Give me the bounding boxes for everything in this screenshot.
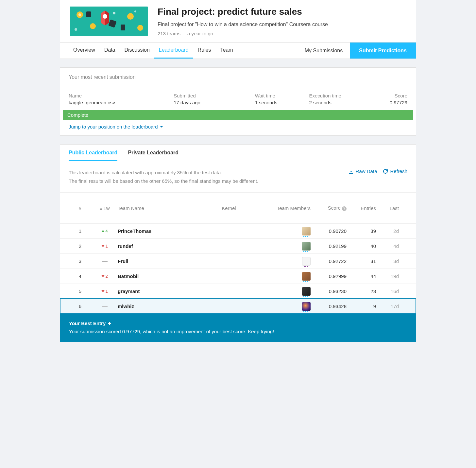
avatar[interactable] [302, 257, 311, 266]
tab-team[interactable]: Team [216, 43, 238, 59]
cell-delta: 1 [92, 289, 118, 294]
col-score: Score? [311, 205, 347, 211]
avatar[interactable] [302, 287, 311, 296]
col-kernel: Kernel [203, 205, 255, 211]
col-rank: # [69, 205, 92, 211]
main-tabs: Overview Data Discussion Leaderboard Rul… [60, 42, 416, 59]
svg-rect-7 [121, 25, 125, 30]
svg-point-11 [75, 28, 77, 31]
cell-entries: 23 [347, 288, 376, 294]
cell-score: 0.90720 [311, 228, 347, 234]
table-row[interactable]: 6 — mlwhiz 0.93428 9 17d [60, 299, 416, 314]
cell-team-name: graymant [118, 288, 203, 294]
tab-private-leaderboard[interactable]: Private Leaderboard [128, 150, 178, 161]
table-row[interactable]: 4 2 Batmobil 0.92999 44 19d [60, 269, 416, 284]
my-submissions-link[interactable]: My Submissions [298, 43, 350, 59]
cell-last: 16d [376, 288, 399, 294]
table-row[interactable]: 2 1 rundef 0.92199 40 4d [60, 238, 416, 253]
table-row[interactable]: 3 — Frull 0.92722 31 3d [60, 253, 416, 269]
cell-last: 19d [376, 273, 399, 279]
jump-to-position-link[interactable]: Jump to your position on the leaderboard [60, 120, 416, 135]
cell-rank: 6 [69, 303, 92, 309]
cell-rank: 3 [69, 258, 92, 264]
best-entry-title: Your Best Entry [69, 321, 106, 326]
cell-entries: 44 [347, 273, 376, 279]
cell-delta: 2 [92, 274, 118, 279]
col-entries: Entries [347, 205, 376, 211]
delta-down-icon [101, 245, 105, 247]
cell-team-name: mlwhiz [118, 303, 203, 309]
col-team: Team Name [118, 205, 203, 211]
cell-rank: 2 [69, 243, 92, 249]
best-entry-message: Your submission scored 0.97729, which is… [69, 329, 407, 334]
recent-label-submitted: Submitted [174, 93, 252, 98]
table-row[interactable]: 1 4 PrinceThomas 0.90720 39 2d [60, 223, 416, 238]
arrow-up-icon [108, 321, 111, 325]
cell-members [255, 272, 311, 281]
submit-predictions-button[interactable]: Submit Predictions [350, 43, 416, 59]
cell-team-name: PrinceThomas [118, 228, 203, 234]
recent-value-wait: 1 seconds [255, 100, 306, 105]
tab-rules[interactable]: Rules [193, 43, 216, 59]
caret-down-icon [160, 125, 163, 129]
cell-delta: 1 [92, 244, 118, 249]
recent-value-name: kaggle_geomean.csv [69, 100, 170, 105]
tab-discussion[interactable]: Discussion [120, 43, 154, 59]
tab-overview[interactable]: Overview [69, 43, 100, 59]
cell-entries: 31 [347, 258, 376, 264]
cell-entries: 40 [347, 243, 376, 249]
raw-data-link[interactable]: Raw Data [348, 168, 377, 174]
tab-public-leaderboard[interactable]: Public Leaderboard [69, 150, 117, 161]
recent-value-score: 0.97729 [373, 100, 407, 105]
cell-last: 4d [376, 243, 399, 249]
cell-members [255, 302, 311, 311]
recent-value-exec: 2 seconds [309, 100, 370, 105]
cell-rank: 1 [69, 228, 92, 234]
avatar[interactable] [302, 302, 311, 311]
cell-score: 0.93428 [311, 303, 347, 309]
svg-point-3 [90, 23, 96, 29]
delta-down-icon [101, 275, 105, 277]
cell-members [255, 287, 311, 296]
cell-score: 0.92722 [311, 258, 347, 264]
cell-delta: 4 [92, 229, 118, 234]
delta-down-icon [101, 290, 105, 292]
leaderboard-description: This leaderboard is calculated with appr… [69, 168, 348, 185]
avatar[interactable] [302, 227, 311, 235]
svg-point-2 [78, 13, 81, 16]
cell-last: 17d [376, 303, 399, 309]
cell-rank: 4 [69, 273, 92, 279]
competition-header: Final project: predict future sales Fina… [60, 0, 416, 59]
svg-point-12 [134, 10, 136, 12]
cell-delta: — [92, 303, 118, 310]
tab-data[interactable]: Data [100, 43, 120, 59]
tab-leaderboard[interactable]: Leaderboard [154, 43, 193, 59]
leaderboard-table: # 1w Team Name Kernel Team Members Score… [60, 192, 416, 314]
avatar[interactable] [302, 272, 311, 281]
recent-submission-card: Your most recent submission Namekaggle_g… [60, 67, 416, 136]
cell-rank: 5 [69, 288, 92, 294]
cell-team-name: rundef [118, 243, 203, 249]
submission-status: Complete [63, 110, 413, 120]
recent-label-score: Score [373, 93, 407, 98]
recent-submission-heading: Your most recent submission [60, 68, 416, 87]
cell-members [255, 257, 311, 266]
col-last: Last [376, 205, 399, 211]
svg-rect-6 [86, 11, 91, 17]
help-icon[interactable]: ? [342, 206, 347, 211]
avatar[interactable] [302, 242, 311, 251]
refresh-link[interactable]: Refresh [383, 168, 407, 174]
cell-score: 0.92999 [311, 273, 347, 279]
svg-point-4 [127, 13, 134, 20]
cell-score: 0.92199 [311, 243, 347, 249]
best-entry-banner: Your Best Entry Your submission scored 0… [60, 314, 416, 342]
cell-delta: — [92, 258, 118, 265]
competition-meta: 213 teams · a year to go [158, 31, 406, 36]
svg-point-5 [137, 25, 143, 31]
table-row[interactable]: 5 1 graymant 0.93230 23 16d [60, 284, 416, 299]
delta-up-icon [101, 230, 105, 232]
col-delta: 1w [92, 205, 118, 211]
competition-logo [70, 7, 148, 36]
cell-last: 2d [376, 228, 399, 234]
competition-subtitle: Final project for "How to win a data sci… [158, 22, 406, 27]
